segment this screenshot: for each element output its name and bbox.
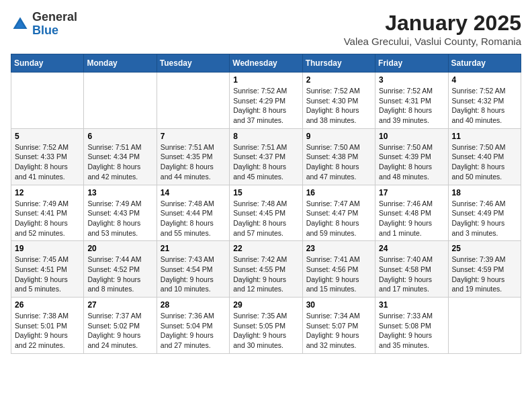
calendar-week-row: 5Sunrise: 7:52 AM Sunset: 4:33 PM Daylig…	[11, 128, 521, 185]
day-number: 6	[87, 132, 152, 141]
calendar-week-row: 19Sunrise: 7:45 AM Sunset: 4:51 PM Dayli…	[11, 241, 521, 298]
day-info: Sunrise: 7:50 AM Sunset: 4:40 PM Dayligh…	[452, 142, 517, 182]
calendar-week-row: 1Sunrise: 7:52 AM Sunset: 4:29 PM Daylig…	[11, 73, 521, 129]
weekday-header-cell: Tuesday	[157, 54, 229, 73]
day-number: 9	[306, 132, 371, 141]
day-info: Sunrise: 7:51 AM Sunset: 4:34 PM Dayligh…	[87, 142, 152, 182]
day-info: Sunrise: 7:48 AM Sunset: 4:44 PM Dayligh…	[161, 199, 226, 238]
calendar-cell: 28Sunrise: 7:36 AM Sunset: 5:04 PM Dayli…	[157, 298, 229, 354]
calendar-cell: 14Sunrise: 7:48 AM Sunset: 4:44 PM Dayli…	[157, 185, 229, 241]
day-info: Sunrise: 7:49 AM Sunset: 4:41 PM Dayligh…	[15, 199, 80, 238]
day-info: Sunrise: 7:36 AM Sunset: 5:04 PM Dayligh…	[161, 311, 226, 351]
day-number: 12	[15, 188, 80, 197]
day-number: 15	[233, 188, 298, 197]
calendar-cell: 21Sunrise: 7:43 AM Sunset: 4:54 PM Dayli…	[157, 241, 229, 298]
day-number: 18	[452, 188, 517, 197]
day-number: 24	[379, 244, 444, 253]
calendar-cell: 17Sunrise: 7:46 AM Sunset: 4:48 PM Dayli…	[375, 185, 448, 241]
calendar-cell	[11, 73, 84, 129]
day-number: 16	[306, 188, 371, 197]
day-number: 14	[161, 188, 226, 197]
calendar-cell: 23Sunrise: 7:41 AM Sunset: 4:56 PM Dayli…	[302, 241, 375, 298]
day-info: Sunrise: 7:44 AM Sunset: 4:52 PM Dayligh…	[87, 255, 152, 294]
day-info: Sunrise: 7:42 AM Sunset: 4:55 PM Dayligh…	[233, 255, 298, 294]
day-info: Sunrise: 7:52 AM Sunset: 4:32 PM Dayligh…	[452, 86, 517, 126]
weekday-header-row: SundayMondayTuesdayWednesdayThursdayFrid…	[11, 54, 521, 73]
location-title: Valea Grecului, Vaslui County, Romania	[344, 36, 521, 47]
day-number: 27	[87, 300, 152, 310]
day-info: Sunrise: 7:52 AM Sunset: 4:29 PM Dayligh…	[233, 86, 298, 126]
day-number: 22	[233, 244, 298, 253]
logo-general-text: General	[32, 10, 77, 24]
calendar-body: 1Sunrise: 7:52 AM Sunset: 4:29 PM Daylig…	[11, 73, 521, 354]
logo: General Blue	[11, 11, 77, 38]
day-info: Sunrise: 7:43 AM Sunset: 4:54 PM Dayligh…	[161, 255, 226, 294]
day-number: 23	[306, 244, 371, 253]
calendar-cell: 4Sunrise: 7:52 AM Sunset: 4:32 PM Daylig…	[448, 73, 521, 129]
logo-blue-text: Blue	[32, 24, 58, 37]
day-info: Sunrise: 7:50 AM Sunset: 4:39 PM Dayligh…	[379, 142, 444, 182]
logo-icon	[11, 15, 30, 34]
day-info: Sunrise: 7:34 AM Sunset: 5:07 PM Dayligh…	[306, 311, 371, 351]
calendar-cell: 16Sunrise: 7:47 AM Sunset: 4:47 PM Dayli…	[302, 185, 375, 241]
day-info: Sunrise: 7:38 AM Sunset: 5:01 PM Dayligh…	[15, 311, 80, 351]
weekday-header-cell: Sunday	[11, 54, 84, 73]
day-info: Sunrise: 7:50 AM Sunset: 4:38 PM Dayligh…	[306, 142, 371, 182]
calendar-cell: 15Sunrise: 7:48 AM Sunset: 4:45 PM Dayli…	[230, 185, 302, 241]
weekday-header-cell: Thursday	[302, 54, 375, 73]
day-info: Sunrise: 7:45 AM Sunset: 4:51 PM Dayligh…	[15, 255, 80, 294]
day-info: Sunrise: 7:52 AM Sunset: 4:30 PM Dayligh…	[306, 86, 371, 126]
day-info: Sunrise: 7:35 AM Sunset: 5:05 PM Dayligh…	[233, 311, 298, 351]
calendar-cell: 27Sunrise: 7:37 AM Sunset: 5:02 PM Dayli…	[84, 298, 157, 354]
calendar-cell: 8Sunrise: 7:51 AM Sunset: 4:37 PM Daylig…	[230, 128, 302, 185]
day-number: 26	[15, 300, 80, 310]
day-info: Sunrise: 7:37 AM Sunset: 5:02 PM Dayligh…	[87, 311, 152, 351]
calendar-cell: 6Sunrise: 7:51 AM Sunset: 4:34 PM Daylig…	[84, 128, 157, 185]
day-number: 11	[452, 132, 517, 141]
day-number: 10	[379, 132, 444, 141]
calendar-cell: 5Sunrise: 7:52 AM Sunset: 4:33 PM Daylig…	[11, 128, 84, 185]
day-info: Sunrise: 7:47 AM Sunset: 4:47 PM Dayligh…	[306, 199, 371, 238]
calendar-cell: 7Sunrise: 7:51 AM Sunset: 4:35 PM Daylig…	[157, 128, 229, 185]
day-number: 3	[379, 75, 444, 85]
calendar-cell: 20Sunrise: 7:44 AM Sunset: 4:52 PM Dayli…	[84, 241, 157, 298]
weekday-header-cell: Monday	[84, 54, 157, 73]
day-info: Sunrise: 7:33 AM Sunset: 5:08 PM Dayligh…	[379, 311, 444, 351]
day-number: 8	[233, 132, 298, 141]
day-number: 31	[379, 300, 444, 310]
day-info: Sunrise: 7:51 AM Sunset: 4:35 PM Dayligh…	[161, 142, 226, 182]
day-info: Sunrise: 7:46 AM Sunset: 4:48 PM Dayligh…	[379, 199, 444, 238]
day-number: 17	[379, 188, 444, 197]
day-info: Sunrise: 7:51 AM Sunset: 4:37 PM Dayligh…	[233, 142, 298, 182]
day-number: 25	[452, 244, 517, 253]
calendar-cell: 22Sunrise: 7:42 AM Sunset: 4:55 PM Dayli…	[230, 241, 302, 298]
day-number: 13	[87, 188, 152, 197]
calendar-cell: 9Sunrise: 7:50 AM Sunset: 4:38 PM Daylig…	[302, 128, 375, 185]
calendar-cell: 12Sunrise: 7:49 AM Sunset: 4:41 PM Dayli…	[11, 185, 84, 241]
weekday-header-cell: Wednesday	[230, 54, 302, 73]
calendar-cell: 24Sunrise: 7:40 AM Sunset: 4:58 PM Dayli…	[375, 241, 448, 298]
calendar-cell: 1Sunrise: 7:52 AM Sunset: 4:29 PM Daylig…	[230, 73, 302, 129]
calendar-cell: 30Sunrise: 7:34 AM Sunset: 5:07 PM Dayli…	[302, 298, 375, 354]
weekday-header-cell: Saturday	[448, 54, 521, 73]
day-number: 4	[452, 75, 517, 85]
day-number: 19	[15, 244, 80, 253]
day-info: Sunrise: 7:40 AM Sunset: 4:58 PM Dayligh…	[379, 255, 444, 294]
calendar-cell: 13Sunrise: 7:49 AM Sunset: 4:43 PM Dayli…	[84, 185, 157, 241]
day-number: 21	[161, 244, 226, 253]
day-info: Sunrise: 7:49 AM Sunset: 4:43 PM Dayligh…	[87, 199, 152, 238]
calendar-week-row: 12Sunrise: 7:49 AM Sunset: 4:41 PM Dayli…	[11, 185, 521, 241]
day-number: 28	[161, 300, 226, 310]
calendar-cell: 2Sunrise: 7:52 AM Sunset: 4:30 PM Daylig…	[302, 73, 375, 129]
calendar-cell: 10Sunrise: 7:50 AM Sunset: 4:39 PM Dayli…	[375, 128, 448, 185]
calendar-cell: 25Sunrise: 7:39 AM Sunset: 4:59 PM Dayli…	[448, 241, 521, 298]
calendar-cell	[157, 73, 229, 129]
title-block: January 2025 Valea Grecului, Vaslui Coun…	[344, 11, 521, 47]
day-number: 20	[87, 244, 152, 253]
day-info: Sunrise: 7:46 AM Sunset: 4:49 PM Dayligh…	[452, 199, 517, 238]
calendar-week-row: 26Sunrise: 7:38 AM Sunset: 5:01 PM Dayli…	[11, 298, 521, 354]
day-info: Sunrise: 7:52 AM Sunset: 4:33 PM Dayligh…	[15, 142, 80, 182]
day-number: 5	[15, 132, 80, 141]
day-info: Sunrise: 7:48 AM Sunset: 4:45 PM Dayligh…	[233, 199, 298, 238]
day-info: Sunrise: 7:41 AM Sunset: 4:56 PM Dayligh…	[306, 255, 371, 294]
